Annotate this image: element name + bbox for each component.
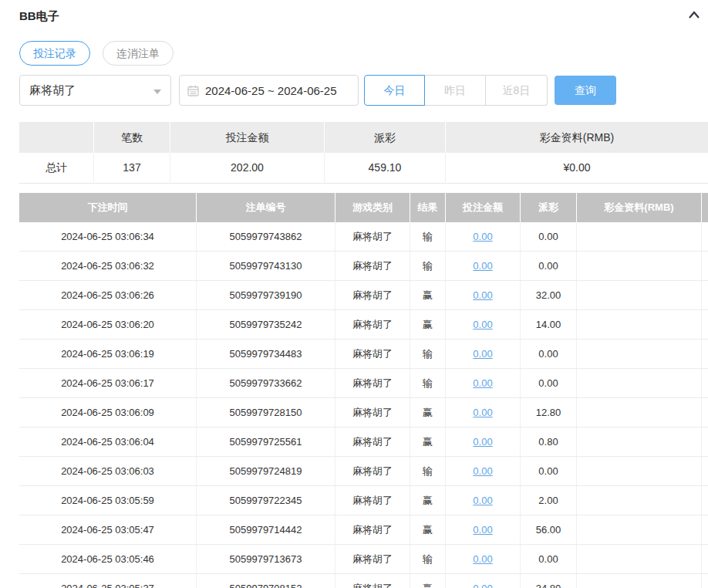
result-cell: 输 [410,457,446,485]
tab-cancelled-bets[interactable]: 连消注单 [103,41,174,66]
result-cell: 输 [410,369,446,397]
table-row: 2024-06-25 03:05:475059979714442麻将胡了赢0.0… [19,515,708,545]
bet-time-cell: 2024-06-25 03:05:47 [19,515,197,544]
bet-id-cell: 5059979734483 [197,340,335,368]
bet-amount-link[interactable]: 0.00 [473,348,492,360]
header-payout: 派彩 [521,193,577,222]
summary-header-payout: 派彩 [325,122,446,153]
payout-cell: 0.00 [521,222,577,251]
summary-total-row: 总计 137 202.00 459.10 ¥0.00 [19,153,708,184]
bet-amount-link[interactable]: 0.00 [473,377,492,389]
page-title: BB电子 [19,8,702,25]
bet-amount-cell: 0.00 [446,310,521,339]
overflow-cell [702,545,708,573]
yesterday-button[interactable]: 昨日 [425,75,486,106]
bet-amount-cell: 0.00 [446,252,521,280]
game-select-value: 麻将胡了 [29,83,76,98]
table-row: 2024-06-25 03:06:175059979733662麻将胡了输0.0… [19,369,708,398]
game-type-cell: 麻将胡了 [335,252,410,280]
game-type-cell: 麻将胡了 [335,515,410,544]
bonus-cell [577,340,702,368]
bonus-cell [577,369,702,397]
bet-amount-cell: 0.00 [446,574,521,588]
bonus-cell [577,252,702,280]
records-table: 下注时间 注单编号 游戏类别 结果 投注金额 派彩 彩金资料(RMB) 2024… [19,193,708,588]
payout-cell: 32.00 [521,281,577,309]
bet-amount-link[interactable]: 0.00 [473,319,492,330]
bet-id-cell: 5059979722345 [197,486,335,515]
header-result: 结果 [410,193,446,222]
overflow-cell [702,222,708,251]
bet-amount-link[interactable]: 0.00 [473,231,492,242]
summary-header-bonus: 彩金资料(RMB) [446,122,708,153]
bet-amount-link[interactable]: 0.00 [473,583,492,588]
bonus-cell [577,222,702,251]
overflow-cell [702,281,708,309]
last-8-days-button[interactable]: 近8日 [486,75,548,106]
record-type-tabs: 投注记录 连消注单 [19,41,174,66]
game-type-cell: 麻将胡了 [335,545,410,573]
chevron-up-icon [686,8,702,23]
summary-header-count: 笔数 [94,122,170,153]
bonus-cell [577,398,702,427]
summary-header-empty [19,122,94,153]
summary-total-label: 总计 [19,153,94,184]
bet-amount-link[interactable]: 0.00 [473,465,492,477]
game-select[interactable]: 麻将胡了 [19,75,171,106]
bet-time-cell: 2024-06-25 03:06:32 [19,252,197,280]
bet-amount-link[interactable]: 0.00 [473,495,492,506]
bet-id-cell: 5059979728150 [197,398,335,427]
overflow-cell [702,252,708,280]
quick-date-button-group: 今日 昨日 近8日 [364,75,548,106]
game-type-cell: 麻将胡了 [335,281,410,309]
table-row: 2024-06-25 03:06:205059979735242麻将胡了赢0.0… [19,310,708,340]
payout-cell: 0.80 [521,427,577,456]
overflow-cell [702,427,708,456]
bet-time-cell: 2024-06-25 03:06:17 [19,369,197,397]
overflow-cell [702,574,708,588]
payout-cell: 0.00 [521,340,577,368]
summary-total-bet-amount: 202.00 [170,153,325,184]
bet-amount-link[interactable]: 0.00 [473,407,492,418]
filter-bar: 麻将胡了 2024-06-25 ~ 2024-06-25 今日 昨日 近8日 查… [19,75,616,106]
summary-total-bonus: ¥0.00 [446,153,708,184]
bet-time-cell: 2024-06-25 03:06:34 [19,222,197,251]
bet-amount-link[interactable]: 0.00 [473,289,492,301]
bet-id-cell: 5059979708152 [197,574,335,588]
bet-amount-cell: 0.00 [446,222,521,251]
overflow-cell [702,369,708,397]
bet-amount-link[interactable]: 0.00 [473,553,492,565]
header-bet-id: 注单编号 [197,193,335,222]
bonus-cell [577,486,702,515]
tab-betting-records[interactable]: 投注记录 [19,41,90,66]
overflow-cell [702,457,708,485]
bet-amount-cell: 0.00 [446,427,521,456]
summary-header-row: 笔数 投注金额 派彩 彩金资料(RMB) [19,122,708,153]
bet-id-cell: 5059979724819 [197,457,335,485]
summary-total-payout: 459.10 [325,153,446,184]
table-row: 2024-06-25 03:06:045059979725561麻将胡了赢0.0… [19,427,708,457]
bet-amount-cell: 0.00 [446,457,521,485]
bet-time-cell: 2024-06-25 03:06:26 [19,281,197,309]
bet-amount-link[interactable]: 0.00 [473,436,492,448]
bet-time-cell: 2024-06-25 03:06:20 [19,310,197,339]
bet-amount-link[interactable]: 0.00 [473,260,492,272]
bonus-cell [577,281,702,309]
bet-id-cell: 5059979733662 [197,369,335,397]
bet-id-cell: 5059979739190 [197,281,335,309]
overflow-cell [702,310,708,339]
collapse-panel-button[interactable] [686,8,702,23]
summary-total-count: 137 [94,153,170,184]
bet-amount-link[interactable]: 0.00 [473,524,492,536]
bet-time-cell: 2024-06-25 03:05:37 [19,574,197,588]
bet-amount-cell: 0.00 [446,398,521,427]
date-range-input[interactable]: 2024-06-25 ~ 2024-06-25 [179,75,359,106]
today-button[interactable]: 今日 [364,75,425,106]
bonus-cell [577,515,702,544]
search-button[interactable]: 查询 [555,76,616,105]
result-cell: 输 [410,252,446,280]
summary-table: 笔数 投注金额 派彩 彩金资料(RMB) 总计 137 202.00 459.1… [19,122,708,184]
bet-time-cell: 2024-06-25 03:06:09 [19,398,197,427]
bet-amount-cell: 0.00 [446,545,521,573]
table-row: 2024-06-25 03:06:095059979728150麻将胡了赢0.0… [19,398,708,427]
